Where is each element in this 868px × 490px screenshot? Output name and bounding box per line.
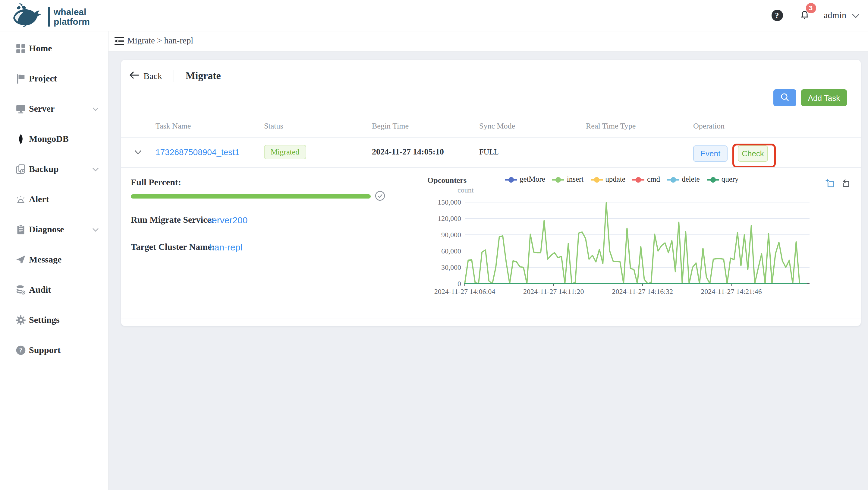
progress-fill <box>131 194 371 199</box>
svg-text:2024-11-27 14:16:32: 2024-11-27 14:16:32 <box>612 288 673 295</box>
question-circle-icon: ? <box>16 345 26 355</box>
chevron-down-icon <box>92 224 99 235</box>
notifications-button[interactable]: 3 <box>798 8 810 23</box>
card-header: Back Migrate <box>129 70 221 82</box>
chevron-down-icon <box>92 103 99 114</box>
chevron-down-icon[interactable] <box>852 10 860 21</box>
svg-text:150,000: 150,000 <box>438 198 461 206</box>
sidebar-item-diagnose[interactable]: Diagnose <box>0 214 108 244</box>
status-cell: Migrated <box>264 137 306 167</box>
sidebar-item-settings[interactable]: Settings <box>0 305 108 335</box>
run-migrate-service-link[interactable]: server200 <box>207 215 247 225</box>
restore-icon[interactable] <box>841 179 850 191</box>
sidebar-item-home[interactable]: Home <box>0 33 108 63</box>
run-migrate-service-label: Run Migrate Service: <box>131 215 214 225</box>
app-window: whaleal platform ? 3 admin <box>0 0 868 490</box>
column-header-sync-mode: Sync Mode <box>479 121 515 131</box>
sidebar-item-server[interactable]: Server <box>0 93 108 124</box>
status-badge: Migrated <box>264 145 306 159</box>
task-detail-panel: Full Percent: Run Migrate Service: serve… <box>121 168 861 319</box>
table-row: 1732687508904_test1 Migrated 2024-11-27 … <box>121 137 861 167</box>
svg-text:2024-11-27 14:06:04: 2024-11-27 14:06:04 <box>434 288 495 295</box>
whale-logo-icon <box>11 2 44 31</box>
column-header-operation: Operation <box>693 121 724 131</box>
svg-text:2024-11-27 14:11:20: 2024-11-27 14:11:20 <box>523 288 584 295</box>
event-button[interactable]: Event <box>693 145 727 162</box>
paper-plane-icon <box>16 254 26 265</box>
svg-text:30,000: 30,000 <box>441 263 461 271</box>
svg-text:60,000: 60,000 <box>441 247 461 255</box>
row-expand-toggle[interactable] <box>134 137 142 167</box>
sidebar: Home Project Server <box>0 31 108 490</box>
opcounters-chart: 030,00060,00090,000120,000150,000count20… <box>423 168 832 317</box>
begin-time-cell: 2024-11-27 14:05:10 <box>372 137 444 167</box>
flag-icon <box>16 73 26 84</box>
bell-icon <box>798 12 810 22</box>
clipboard-icon <box>16 224 26 234</box>
svg-text:90,000: 90,000 <box>441 231 461 239</box>
logo-text: whaleal platform <box>48 7 90 27</box>
column-header-real-time-type: Real Time Type <box>586 121 636 131</box>
column-header-begin-time: Begin Time <box>372 121 409 131</box>
logo[interactable]: whaleal platform <box>11 2 90 31</box>
svg-text:?: ? <box>19 346 23 354</box>
svg-text:count: count <box>458 186 474 194</box>
breadcrumb-bar: Migrate > han-repl <box>108 31 868 52</box>
monitor-icon <box>16 104 26 114</box>
sidebar-item-alert[interactable]: Alert <box>0 184 108 214</box>
back-button[interactable]: Back <box>144 71 162 81</box>
back-arrow-icon[interactable] <box>129 70 139 82</box>
user-menu[interactable]: admin <box>824 10 846 21</box>
task-name-link[interactable]: 1732687508904_test1 <box>156 137 240 167</box>
divider <box>174 70 174 82</box>
help-icon[interactable]: ? <box>771 10 783 21</box>
sidebar-item-message[interactable]: Message <box>0 244 108 275</box>
svg-text:0: 0 <box>458 280 461 288</box>
leaf-icon <box>16 134 26 144</box>
column-header-task-name: Task Name <box>156 121 191 131</box>
full-percent-label: Full Percent: <box>131 177 181 188</box>
migrate-card: Back Migrate Add Task Task Name Status B… <box>121 60 861 326</box>
sidebar-item-backup[interactable]: Backup <box>0 154 108 184</box>
search-icon <box>780 92 789 104</box>
sidebar-item-mongodb[interactable]: MongoDB <box>0 124 108 154</box>
target-cluster-link[interactable]: han-repl <box>209 242 242 252</box>
sidebar-item-audit[interactable]: Audit <box>0 275 108 305</box>
check-button[interactable]: Check <box>738 145 768 162</box>
copy-clock-icon <box>16 164 26 174</box>
menu-fold-icon[interactable] <box>115 36 124 48</box>
svg-text:120,000: 120,000 <box>438 214 461 222</box>
sync-mode-cell: FULL <box>479 137 499 167</box>
grid-icon <box>16 43 26 53</box>
header-right: ? 3 admin <box>771 0 868 31</box>
svg-text:2024-11-27 14:21:46: 2024-11-27 14:21:46 <box>701 288 762 295</box>
chevron-down-icon <box>92 164 99 174</box>
sidebar-item-project[interactable]: Project <box>0 63 108 93</box>
notification-badge: 3 <box>806 3 816 13</box>
check-circle-icon <box>375 191 385 203</box>
alarm-icon <box>16 194 26 204</box>
gear-icon <box>16 315 26 325</box>
column-header-status: Status <box>264 121 283 131</box>
full-percent-progressbar <box>131 194 371 199</box>
top-header: whaleal platform ? 3 admin <box>0 0 868 31</box>
database-eye-icon <box>16 285 26 295</box>
target-cluster-label: Target Cluster Name: <box>131 242 215 252</box>
breadcrumb: Migrate > han-repl <box>127 36 193 46</box>
sidebar-item-support[interactable]: ? Support <box>0 335 108 365</box>
add-task-button[interactable]: Add Task <box>801 89 847 106</box>
page-title: Migrate <box>186 70 221 82</box>
search-button[interactable] <box>773 89 796 106</box>
